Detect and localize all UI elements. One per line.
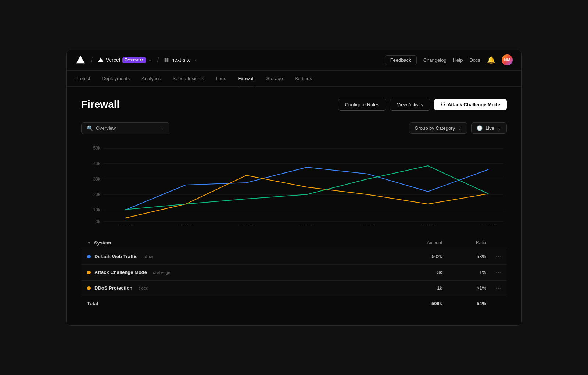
row-amount-3: 1k [391,285,442,291]
project-name-label: next-site [171,57,191,63]
feedback-button[interactable]: Feedback [385,55,417,65]
row-name-3: DDoS Protection [94,285,132,291]
search-icon: 🔍 [87,125,93,131]
avatar[interactable]: NM [502,54,513,65]
row-menu-3[interactable]: ··· [486,285,501,292]
row-ratio-2: 1% [442,269,486,275]
help-link[interactable]: Help [453,57,463,63]
subnav-item-storage[interactable]: Storage [260,70,289,86]
svg-rect-2 [165,58,166,60]
svg-marker-1 [98,57,103,62]
svg-text:11:08:40: 11:08:40 [178,224,194,225]
row-amount-1: 502k [391,254,442,259]
total-row: Total 506k 54% [81,296,507,311]
firewall-header: Firewall Configure Rules View Activity 🛡… [81,99,507,111]
page-title: Firewall [81,99,119,110]
row-ratio-1: 53% [442,254,486,259]
sep-1: / [91,56,93,64]
topbar-left: / Vercel Enterprise ⌄ / next-site ⌄ [75,55,385,65]
select-chevron-icon: ⌄ [160,126,164,131]
live-label: Live [485,125,494,131]
row-amount-2: 3k [391,269,442,275]
row-name-1: Default Web Traffic [94,254,138,259]
svg-text:11:07:10: 11:07:10 [117,224,133,225]
org-name-label: Vercel [106,57,120,63]
live-button[interactable]: 🕐 Live ⌄ [471,122,507,134]
col-ratio-header: Ratio [442,240,486,245]
group-by-label: Group by Category [415,125,455,131]
subnav: Project Deployments Analytics Speed Insi… [67,71,521,87]
svg-text:11:14:40: 11:14:40 [420,224,436,225]
main-content: Firewall Configure Rules View Activity 🛡… [67,87,521,325]
group-by-chevron-icon: ⌄ [458,125,462,131]
clock-icon: 🕐 [477,125,483,131]
org-logo-icon [98,57,104,63]
table-row: DDoS Protection block 1k >1% ··· [81,281,507,296]
dot-amber-icon [87,271,91,274]
svg-marker-0 [76,56,85,63]
total-amount: 506k [391,301,442,306]
svg-rect-5 [167,60,169,62]
svg-rect-3 [167,58,169,60]
total-label: Total [87,301,391,306]
changelog-link[interactable]: Changelog [423,57,447,63]
row-left-3: DDoS Protection block [87,285,391,291]
svg-text:11:13:10: 11:13:10 [359,224,375,225]
group-by-button[interactable]: Group by Category ⌄ [409,122,467,134]
row-menu-1[interactable]: ··· [486,253,501,260]
subnav-item-project[interactable]: Project [75,70,96,86]
chart-container: 50k 40k 30k 20k 10k 0k 11:07:10 11:08:40… [81,144,507,225]
notifications-icon[interactable]: 🔔 [487,56,495,64]
row-tag-2: challenge [153,270,170,275]
col-amount-header: Amount [391,240,442,245]
right-controls: Group by Category ⌄ 🕐 Live ⌄ [409,122,507,134]
svg-text:20k: 20k [93,192,100,197]
row-ratio-3: >1% [442,285,486,291]
row-left-1: Default Web Traffic allow [87,254,391,259]
enterprise-badge: Enterprise [122,57,146,63]
chevron-down-icon: ▼ [87,240,91,245]
svg-text:10k: 10k [93,207,100,212]
row-tag-3: block [138,286,148,290]
subnav-item-logs[interactable]: Logs [210,70,232,86]
project-selector[interactable]: next-site ⌄ [164,57,197,63]
topbar-right: Feedback Changelog Help Docs 🔔 NM [385,54,513,65]
subnav-item-firewall[interactable]: Firewall [232,70,261,86]
configure-rules-button[interactable]: Configure Rules [338,99,386,111]
table-section: ▼ System Amount Ratio Default Web Traffi… [81,237,507,311]
org-chevron-icon: ⌄ [148,57,152,63]
firewall-chart: 50k 40k 30k 20k 10k 0k 11:07:10 11:08:40… [81,144,507,225]
docs-link[interactable]: Docs [469,57,480,63]
dot-amber-2-icon [87,286,91,290]
attack-challenge-button[interactable]: 🛡 Attack Challenge Mode [434,99,507,110]
svg-text:30k: 30k [93,176,100,181]
svg-text:11:16:10: 11:16:10 [481,224,496,225]
subnav-item-deployments[interactable]: Deployments [96,70,136,86]
svg-rect-4 [165,60,166,62]
subnav-item-speed-insights[interactable]: Speed Insights [166,70,210,86]
table-row: Attack Challenge Mode challenge 3k 1% ··… [81,265,507,281]
controls-row: 🔍 Overview ⌄ Group by Category ⌄ 🕐 Live … [81,122,507,134]
table-row: Default Web Traffic allow 502k 53% ··· [81,249,507,265]
overview-select[interactable]: 🔍 Overview ⌄ [81,122,169,134]
subnav-item-analytics[interactable]: Analytics [136,70,166,86]
topbar: / Vercel Enterprise ⌄ / next-site ⌄ Fe [67,50,521,71]
row-menu-2[interactable]: ··· [486,269,501,276]
overview-select-label: Overview [96,125,157,131]
row-name-2: Attack Challenge Mode [94,269,147,275]
view-activity-button[interactable]: View Activity [390,99,430,111]
section-toggle[interactable]: ▼ System [87,240,391,246]
svg-text:0k: 0k [96,219,100,224]
org-selector[interactable]: Vercel Enterprise ⌄ [98,57,152,63]
subnav-item-settings[interactable]: Settings [289,70,318,86]
vercel-logo-icon [75,55,86,65]
svg-text:50k: 50k [93,145,100,150]
svg-text:11:10:10: 11:10:10 [239,224,254,225]
dot-blue-icon [87,255,91,258]
row-tag-1: allow [144,254,153,259]
shield-icon: 🛡 [441,102,445,107]
header-actions: Configure Rules View Activity 🛡 Attack C… [338,99,507,111]
row-left-2: Attack Challenge Mode challenge [87,269,391,275]
total-ratio: 54% [442,301,486,306]
svg-text:11:11:40: 11:11:40 [299,224,315,225]
